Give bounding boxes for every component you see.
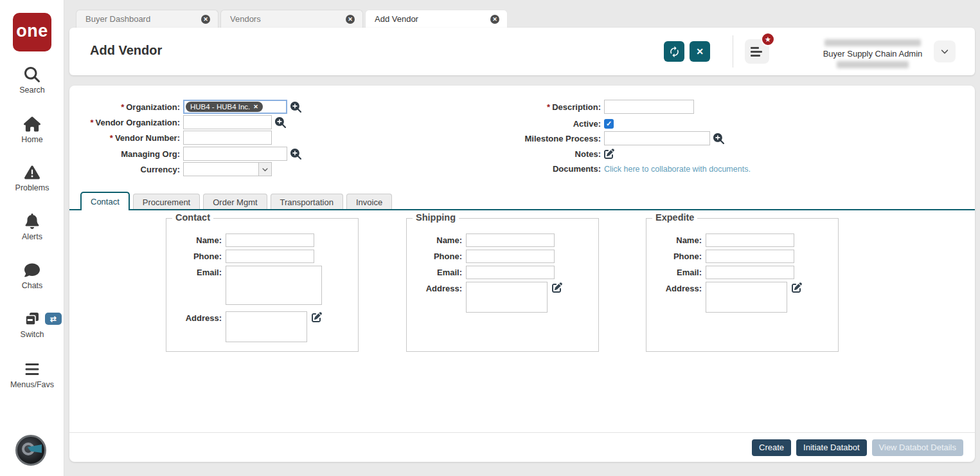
chip-remove-icon[interactable]: ✕ — [253, 104, 258, 110]
detail-tab-procurement[interactable]: Procurement — [133, 194, 200, 210]
contact-name-input[interactable] — [226, 233, 314, 247]
sidebar-label: Alerts — [0, 232, 64, 241]
tab-add-vendor[interactable]: Add Vendor ✕ — [365, 10, 508, 30]
managing-org-input[interactable] — [183, 147, 287, 161]
header-divider — [733, 35, 733, 68]
bell-icon — [0, 214, 64, 230]
sidebar-item-problems[interactable]: Problems — [0, 165, 64, 192]
refresh-icon — [668, 46, 681, 58]
shipping-name-input[interactable] — [466, 233, 555, 247]
vendor-organization-label: *Vendor Organization: — [69, 118, 180, 127]
detail-tab-invoice[interactable]: Invoice — [346, 194, 392, 210]
close-page-button[interactable]: ✕ — [690, 41, 710, 62]
sidebar-item-menus-favs[interactable]: Menus/Favs — [0, 362, 64, 389]
refresh-button[interactable] — [664, 41, 684, 62]
user-info[interactable]: Buyer Supply Chain Admin — [821, 39, 924, 68]
hamburger-menu-icon — [0, 362, 64, 378]
milestone-process-input[interactable] — [604, 131, 710, 145]
one-logo[interactable]: one — [13, 13, 51, 51]
user-name-redacted — [824, 39, 921, 46]
tab-close-icon[interactable]: ✕ — [201, 15, 210, 24]
switch-toggle-badge-icon[interactable]: ⇄ — [45, 313, 62, 325]
neo-assistant-button[interactable] — [15, 435, 46, 466]
chevron-down-icon — [940, 47, 949, 56]
vendor-number-input[interactable] — [183, 131, 272, 145]
sidebar-item-home[interactable]: Home — [0, 116, 64, 144]
contact-address-edit-button[interactable] — [312, 312, 322, 322]
contact-fieldset: Contact Name: Phone: Email: Address: — [166, 218, 359, 352]
home-icon — [0, 116, 64, 133]
expedite-name-label: Name: — [649, 233, 702, 245]
managing-org-lookup-button[interactable] — [290, 149, 301, 160]
initiate-databot-button[interactable]: Initiate Databot — [796, 439, 866, 456]
select-chevron-icon — [258, 163, 271, 176]
shipping-email-label: Email: — [409, 266, 462, 277]
shipping-email-input[interactable] — [466, 266, 555, 279]
star-badge-icon: ★ — [761, 32, 775, 46]
detail-tabbar-underline — [69, 209, 975, 210]
documents-collaborate-link[interactable]: Click here to collaborate with documents… — [604, 165, 751, 174]
expedite-fieldset: Expedite Name: Phone: Email: Address: — [646, 218, 839, 352]
sidebar-item-search[interactable]: Search — [0, 67, 64, 95]
one-logo-text: one — [16, 21, 48, 41]
sidebar-label: Problems — [0, 183, 64, 192]
expedite-email-input[interactable] — [706, 266, 794, 279]
view-databot-details-button[interactable]: View Databot Details — [872, 439, 963, 456]
page-header: Add Vendor ✕ ★ Buyer Supply Chain Admin — [69, 28, 975, 75]
tab-close-icon[interactable]: ✕ — [490, 15, 499, 24]
expedite-address-edit-button[interactable] — [792, 282, 802, 293]
workspace-tabbar: Buyer Dashboard ✕ Vendors ✕ Add Vendor ✕ — [76, 10, 508, 30]
contact-address-input[interactable] — [226, 311, 307, 342]
milestone-process-label: Milestone Process: — [481, 134, 601, 143]
description-label: *Description: — [481, 102, 601, 112]
user-detail-redacted — [837, 61, 909, 68]
organization-lookup-button[interactable] — [290, 102, 301, 113]
expedite-address-input[interactable] — [706, 282, 787, 313]
expedite-address-label: Address: — [649, 282, 702, 293]
menu-bar-icon — [751, 47, 759, 49]
edit-icon — [604, 149, 614, 159]
contact-phone-input[interactable] — [226, 250, 314, 263]
create-button[interactable]: Create — [752, 439, 791, 456]
user-menu-chevron-button[interactable] — [934, 41, 956, 62]
tab-buyer-dashboard[interactable]: Buyer Dashboard ✕ — [76, 10, 218, 28]
detail-tab-contact[interactable]: Contact — [80, 192, 130, 210]
detail-tab-order-mgmt[interactable]: Order Mgmt — [203, 194, 267, 210]
currency-select[interactable] — [183, 162, 272, 176]
expedite-name-input[interactable] — [706, 233, 794, 247]
currency-label: Currency: — [69, 165, 180, 174]
expedite-legend: Expedite — [652, 212, 697, 223]
active-checkbox-checked-icon[interactable] — [604, 119, 614, 129]
milestone-process-lookup-button[interactable] — [713, 133, 724, 144]
sidebar-label: Search — [0, 86, 64, 95]
zoom-search-icon — [275, 117, 286, 128]
expedite-phone-label: Phone: — [649, 250, 702, 261]
vendor-organization-input[interactable] — [183, 115, 272, 129]
sidebar-label: Switch — [0, 330, 64, 339]
edit-icon — [552, 282, 562, 293]
managing-org-label: Managing Org: — [69, 149, 180, 159]
shipping-address-edit-button[interactable] — [552, 282, 562, 293]
vendor-organization-lookup-button[interactable] — [275, 117, 286, 128]
page-title: Add Vendor — [90, 43, 162, 58]
notes-edit-button[interactable] — [604, 149, 614, 159]
zoom-search-icon — [713, 133, 724, 144]
menu-bar-icon — [751, 51, 762, 53]
shipping-address-label: Address: — [409, 282, 462, 293]
expedite-phone-input[interactable] — [706, 250, 794, 263]
tab-close-icon[interactable]: ✕ — [346, 15, 355, 24]
contact-name-label: Name: — [169, 233, 222, 245]
sidebar-item-chats[interactable]: Chats — [0, 262, 64, 290]
detail-tab-transportation[interactable]: Transportation — [271, 194, 343, 210]
organization-input[interactable]: HUB4 - HUB4 Inc.✕ — [183, 100, 287, 114]
add-vendor-form: *Organization: HUB4 - HUB4 Inc.✕ *Vendor… — [69, 86, 975, 462]
tab-vendors[interactable]: Vendors ✕ — [220, 10, 363, 28]
shipping-address-input[interactable] — [466, 282, 548, 313]
sidebar-label: Home — [0, 135, 64, 144]
description-input[interactable] — [604, 100, 694, 114]
contact-email-input[interactable] — [226, 266, 322, 305]
shipping-phone-input[interactable] — [466, 250, 555, 263]
contact-address-label: Address: — [169, 311, 222, 323]
sidebar-item-alerts[interactable]: Alerts — [0, 214, 64, 241]
sidebar-item-switch[interactable]: ⇄ Switch — [0, 311, 64, 339]
